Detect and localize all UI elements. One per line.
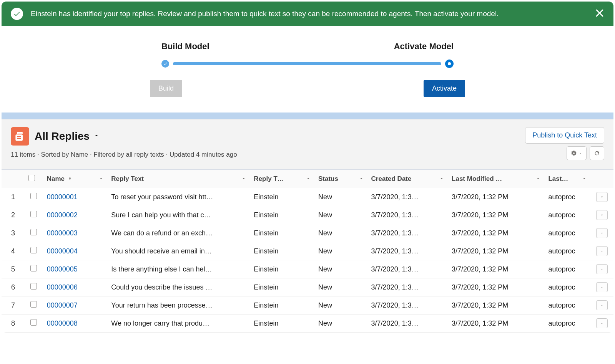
row-actions-button[interactable] [596,246,608,256]
checkbox-icon[interactable] [30,319,37,326]
table-row: 5 00000005 Is there anything else I can … [2,260,613,278]
row-number: 6 [2,278,25,296]
cell-name[interactable]: 00000006 [43,278,108,296]
cell-reply-type: Einstein [250,224,314,242]
progress-track [173,62,441,65]
table-row: 2 00000002 Sure I can help you with that… [2,206,613,224]
list-view-title[interactable]: All Replies [35,130,90,142]
list-view-switcher-icon[interactable] [93,132,100,140]
chevron-down-icon[interactable] [99,175,103,183]
checkbox-icon[interactable] [28,175,35,181]
refresh-button[interactable] [590,146,604,160]
col-header-select-all[interactable] [25,170,43,188]
cell-status: New [314,224,367,242]
cell-modified-date: 3/7/2020, 1:32 PM [448,242,544,260]
cell-actions [590,314,613,333]
notification-banner: Einstein has identified your top replies… [2,2,613,26]
col-header-status-label: Status [318,175,338,183]
col-header-created-date[interactable]: Created Date [367,170,448,188]
row-select[interactable] [25,278,43,296]
checkbox-icon[interactable] [30,265,37,271]
cell-name[interactable]: 00000002 [43,206,108,224]
row-actions-button[interactable] [596,228,608,238]
cell-modified-date: 3/7/2020, 1:32 PM [448,260,544,278]
chevron-down-icon[interactable] [439,175,444,183]
cell-reply-text: We no longer carry that produ… [107,314,250,333]
cell-status: New [314,296,367,314]
progress-node-current-icon [445,60,454,68]
row-select[interactable] [25,206,43,224]
col-header-reply-type[interactable]: Reply T… [250,170,314,188]
row-select[interactable] [25,260,43,278]
build-button: Build [150,80,182,97]
cell-last-by: autoproc [544,260,590,278]
row-actions-button[interactable] [596,282,608,292]
cell-created-date: 3/7/2020, 1:3… [367,188,448,206]
row-select[interactable] [25,224,43,242]
cell-reply-text: You should receive an email in… [107,242,250,260]
row-actions-button[interactable] [596,300,608,310]
col-header-status[interactable]: Status [314,170,367,188]
cell-reply-text: Your return has been processe… [107,296,250,314]
row-actions-button[interactable] [596,210,608,220]
checkbox-icon[interactable] [30,193,37,199]
row-number: 3 [2,224,25,242]
cell-actions [590,188,613,206]
replies-table: Name Reply Text Reply T… Statu [2,170,613,333]
cell-reply-text: We can do a refund or an exch… [107,224,250,242]
table-row: 6 00000006 Could you describe the issues… [2,278,613,296]
table-row: 4 00000004 You should receive an email i… [2,242,613,260]
cell-modified-date: 3/7/2020, 1:32 PM [448,314,544,333]
checkbox-icon[interactable] [30,247,37,253]
row-select[interactable] [25,242,43,260]
list-settings-button[interactable] [567,146,587,160]
table-row: 1 00000001 To reset your password visit … [2,188,613,206]
row-number: 2 [2,206,25,224]
cell-name[interactable]: 00000004 [43,242,108,260]
chevron-down-icon[interactable] [241,175,246,183]
col-header-name[interactable]: Name [43,170,108,188]
cell-name[interactable]: 00000007 [43,296,108,314]
cell-status: New [314,206,367,224]
chevron-down-icon[interactable] [536,175,540,183]
row-number: 8 [2,314,25,333]
checkbox-icon[interactable] [30,283,37,290]
row-actions-button[interactable] [596,264,608,274]
list-object-icon [11,127,29,146]
row-select[interactable] [25,188,43,206]
row-number: 7 [2,296,25,314]
cell-reply-text: To reset your password visit htt… [107,188,250,206]
cell-name[interactable]: 00000005 [43,260,108,278]
cell-reply-type: Einstein [250,278,314,296]
chevron-down-icon[interactable] [359,175,364,183]
activate-button[interactable]: Activate [424,80,465,97]
cell-name[interactable]: 00000003 [43,224,108,242]
cell-name[interactable]: 00000008 [43,314,108,333]
banner-close-button[interactable] [595,8,604,19]
row-actions-button[interactable] [596,192,608,202]
cell-actions [590,296,613,314]
row-select[interactable] [25,296,43,314]
cell-modified-date: 3/7/2020, 1:32 PM [448,296,544,314]
col-header-reply-text[interactable]: Reply Text [107,170,250,188]
col-header-last-modified[interactable]: Last Modified … [448,170,544,188]
publish-to-quick-text-button[interactable]: Publish to Quick Text [525,127,604,144]
col-header-last-by[interactable]: Last… [544,170,590,188]
cell-last-by: autoproc [544,314,590,333]
chevron-down-icon[interactable] [582,175,587,183]
cell-created-date: 3/7/2020, 1:3… [367,260,448,278]
col-header-reply-text-label: Reply Text [111,175,144,183]
cell-name[interactable]: 00000001 [43,188,108,206]
row-select[interactable] [25,314,43,333]
cell-last-by: autoproc [544,224,590,242]
progress-bar [161,59,454,68]
cell-created-date: 3/7/2020, 1:3… [367,224,448,242]
chevron-down-icon[interactable] [306,175,311,183]
checkbox-icon[interactable] [30,229,37,235]
cell-reply-text: Could you describe the issues … [107,278,250,296]
checkbox-icon[interactable] [30,211,37,217]
checkbox-icon[interactable] [30,301,37,308]
cell-status: New [314,278,367,296]
row-actions-button[interactable] [596,318,608,328]
col-header-actions [590,170,613,188]
